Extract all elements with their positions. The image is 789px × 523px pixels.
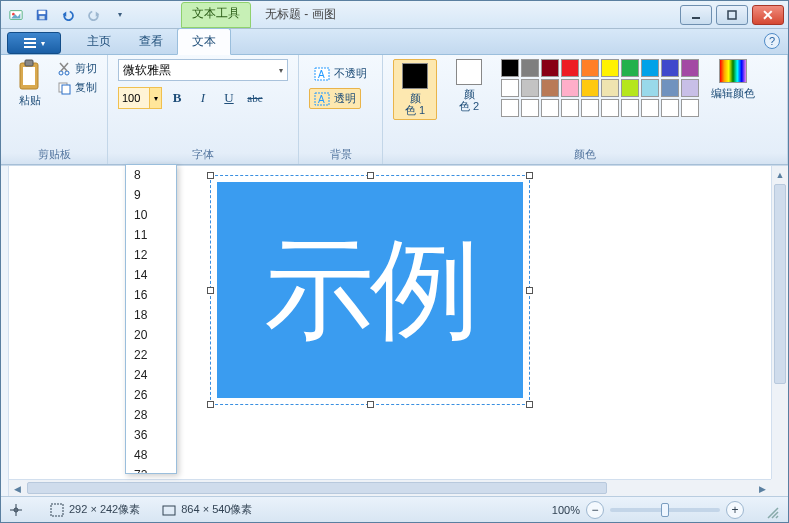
cursor-position [9, 503, 28, 517]
palette-swatch[interactable] [581, 59, 599, 77]
group-font-label: 字体 [118, 145, 288, 162]
bold-button[interactable]: B [166, 87, 188, 109]
palette-swatch[interactable] [601, 99, 619, 117]
palette-swatch[interactable] [661, 99, 679, 117]
size-option[interactable]: 10 [126, 205, 176, 225]
palette-swatch[interactable] [501, 79, 519, 97]
size-option[interactable]: 26 [126, 385, 176, 405]
size-option[interactable]: 20 [126, 325, 176, 345]
redo-button[interactable] [83, 4, 105, 26]
resize-handle-n[interactable] [367, 172, 374, 179]
paste-button[interactable]: 粘贴 [11, 59, 49, 108]
help-button[interactable]: ? [764, 33, 780, 49]
zoom-in-button[interactable]: + [726, 501, 744, 519]
palette-swatch[interactable] [561, 99, 579, 117]
scroll-v-thumb[interactable] [774, 184, 786, 384]
palette-swatch[interactable] [541, 59, 559, 77]
palette-swatch[interactable] [581, 99, 599, 117]
palette-swatch[interactable] [681, 99, 699, 117]
palette-swatch[interactable] [641, 79, 659, 97]
opaque-option[interactable]: A不透明 [309, 63, 372, 84]
palette-swatch[interactable] [621, 59, 639, 77]
scrollbar-horizontal[interactable]: ◀ ▶ [9, 479, 771, 496]
palette-swatch[interactable] [601, 59, 619, 77]
palette-swatch[interactable] [561, 59, 579, 77]
palette-swatch[interactable] [561, 79, 579, 97]
size-option[interactable]: 18 [126, 305, 176, 325]
palette-swatch[interactable] [641, 59, 659, 77]
minimize-button[interactable] [680, 5, 712, 25]
size-option[interactable]: 8 [126, 165, 176, 185]
palette-swatch[interactable] [521, 59, 539, 77]
color1-swatch [402, 63, 428, 89]
resize-handle-nw[interactable] [207, 172, 214, 179]
size-option[interactable]: 9 [126, 185, 176, 205]
palette-swatch[interactable] [621, 99, 639, 117]
file-menu-button[interactable]: ▾ [7, 32, 61, 54]
undo-button[interactable] [57, 4, 79, 26]
textbox-selection[interactable]: 示例 [215, 180, 525, 400]
strikethrough-button[interactable]: abc [244, 87, 266, 109]
maximize-button[interactable] [716, 5, 748, 25]
cut-button[interactable]: 剪切 [57, 61, 97, 76]
resize-handle-ne[interactable] [526, 172, 533, 179]
tab-view[interactable]: 查看 [125, 29, 177, 54]
tab-home[interactable]: 主页 [73, 29, 125, 54]
canvas-text[interactable]: 示例 [264, 216, 476, 365]
copy-button[interactable]: 复制 [57, 80, 97, 95]
size-option[interactable]: 22 [126, 345, 176, 365]
resize-handle-e[interactable] [526, 287, 533, 294]
palette-swatch[interactable] [521, 99, 539, 117]
zoom-slider-thumb[interactable] [661, 503, 669, 517]
palette-swatch[interactable] [681, 79, 699, 97]
size-option[interactable]: 12 [126, 245, 176, 265]
zoom-out-button[interactable]: − [586, 501, 604, 519]
palette-swatch[interactable] [541, 99, 559, 117]
font-size-select[interactable]: ▾ [118, 87, 162, 109]
scroll-h-thumb[interactable] [27, 482, 607, 494]
resize-handle-s[interactable] [367, 401, 374, 408]
palette-swatch[interactable] [661, 79, 679, 97]
resize-handle-sw[interactable] [207, 401, 214, 408]
size-option[interactable]: 16 [126, 285, 176, 305]
size-option[interactable]: 14 [126, 265, 176, 285]
italic-button[interactable]: I [192, 87, 214, 109]
qat-dropdown[interactable]: ▾ [109, 4, 131, 26]
zoom-slider[interactable] [610, 508, 720, 512]
scroll-left-icon[interactable]: ◀ [9, 480, 26, 496]
palette-swatch[interactable] [681, 59, 699, 77]
save-button[interactable] [31, 4, 53, 26]
font-family-select[interactable]: 微软雅黑▾ [118, 59, 288, 81]
palette-swatch[interactable] [541, 79, 559, 97]
palette-swatch[interactable] [501, 59, 519, 77]
scrollbar-vertical[interactable]: ▲ ▼ [771, 166, 788, 496]
palette-swatch[interactable] [521, 79, 539, 97]
transparent-option[interactable]: A透明 [309, 88, 361, 109]
size-option[interactable]: 48 [126, 445, 176, 465]
resize-grip-icon[interactable] [766, 506, 780, 520]
color2-button[interactable]: 颜 色 2 [447, 59, 491, 112]
underline-button[interactable]: U [218, 87, 240, 109]
size-option[interactable]: 72 [126, 465, 176, 474]
resize-handle-w[interactable] [207, 287, 214, 294]
palette-swatch[interactable] [621, 79, 639, 97]
palette-swatch[interactable] [641, 99, 659, 117]
palette-swatch[interactable] [581, 79, 599, 97]
size-option[interactable]: 24 [126, 365, 176, 385]
font-size-input[interactable] [119, 88, 149, 108]
size-option[interactable]: 36 [126, 425, 176, 445]
resize-handle-se[interactable] [526, 401, 533, 408]
tab-text[interactable]: 文本 [177, 28, 231, 55]
size-option[interactable]: 11 [126, 225, 176, 245]
color1-button[interactable]: 颜 色 1 [393, 59, 437, 120]
size-option[interactable]: 28 [126, 405, 176, 425]
edit-colors-button[interactable]: 编辑颜色 [709, 59, 757, 101]
palette-swatch[interactable] [661, 59, 679, 77]
close-button[interactable]: ✕ [752, 5, 784, 25]
scroll-right-icon[interactable]: ▶ [754, 480, 771, 496]
palette-swatch[interactable] [601, 79, 619, 97]
font-size-dropdown-button[interactable]: ▾ [149, 88, 161, 108]
palette-swatch[interactable] [501, 99, 519, 117]
font-size-dropdown[interactable]: 891011121416182022242628364872 [125, 164, 177, 474]
scroll-up-icon[interactable]: ▲ [772, 166, 788, 183]
